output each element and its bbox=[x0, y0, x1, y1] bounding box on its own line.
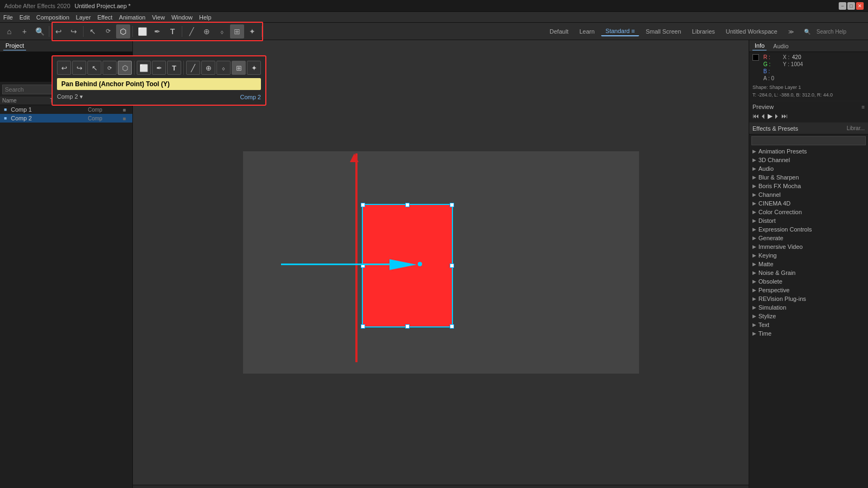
audio-tab[interactable]: Audio bbox=[771, 42, 790, 50]
menu-effect[interactable]: Effect bbox=[97, 14, 112, 21]
effect-text[interactable]: ▶Text bbox=[749, 320, 868, 329]
workspace-tabs: Default Learn Standard ≡ Small Screen Li… bbox=[545, 23, 846, 40]
undo-button[interactable]: ↩ bbox=[52, 24, 66, 38]
ws-untitled[interactable]: Untitled Workspace bbox=[722, 27, 782, 36]
tooltip-comp2[interactable]: Comp 2 bbox=[240, 94, 261, 100]
effect-audio[interactable]: ▶Audio bbox=[749, 164, 868, 173]
home-button[interactable]: ⌂ bbox=[2, 24, 16, 38]
tt-pen-mask[interactable]: ⬜ bbox=[137, 61, 151, 75]
effect-expression-controls[interactable]: ▶Expression Controls bbox=[749, 225, 868, 234]
search-button[interactable]: 🔍 bbox=[33, 24, 47, 38]
handle-br[interactable] bbox=[450, 324, 454, 329]
project-tab[interactable]: Project bbox=[3, 41, 26, 50]
search-help-button[interactable]: 🔍 bbox=[800, 24, 814, 38]
effects-search-input[interactable] bbox=[751, 136, 866, 145]
effect-cinema4d[interactable]: ▶CINEMA 4D bbox=[749, 199, 868, 208]
puppet-tool[interactable]: ✦ bbox=[245, 24, 259, 38]
tt-brush[interactable]: ╱ bbox=[186, 61, 200, 75]
redo-button[interactable]: ↪ bbox=[67, 24, 81, 38]
pen-tool[interactable]: ✒ bbox=[150, 24, 164, 38]
handle-bm[interactable] bbox=[405, 324, 410, 329]
handle-tl[interactable] bbox=[361, 203, 365, 207]
pan-behind-tool[interactable]: ⊞ bbox=[230, 24, 244, 38]
effect-revision[interactable]: ▶REVision Plug-ins bbox=[749, 294, 868, 303]
tt-selection[interactable]: ↖ bbox=[87, 61, 101, 75]
effect-channel[interactable]: ▶Channel bbox=[749, 190, 868, 199]
orbit-tool[interactable]: ⟳ bbox=[101, 24, 115, 38]
minimize-button[interactable]: − bbox=[839, 2, 846, 10]
effect-immersive-video[interactable]: ▶Immersive Video bbox=[749, 242, 868, 251]
preview-title: Preview bbox=[752, 104, 774, 110]
menu-edit[interactable]: Edit bbox=[20, 14, 30, 21]
effect-keying[interactable]: ▶Keying bbox=[749, 251, 868, 260]
menu-view[interactable]: View bbox=[152, 14, 165, 21]
clone-tool[interactable]: ⊕ bbox=[200, 24, 214, 38]
tt-orbit[interactable]: ⟳ bbox=[103, 61, 117, 75]
effect-stylize[interactable]: ▶Stylize bbox=[749, 312, 868, 320]
effect-3d-channel[interactable]: ▶3D Channel bbox=[749, 156, 868, 164]
effect-time[interactable]: ▶Time bbox=[749, 329, 868, 338]
maximize-button[interactable]: □ bbox=[847, 2, 855, 10]
tt-pen[interactable]: ✒ bbox=[152, 61, 166, 75]
tt-box[interactable]: ⬡ bbox=[118, 61, 132, 75]
preview-play-button[interactable]: ▶ bbox=[768, 112, 773, 120]
effect-simulation[interactable]: ▶Simulation bbox=[749, 303, 868, 312]
tt-text[interactable]: T bbox=[167, 61, 181, 75]
arrow-icon: ▶ bbox=[752, 166, 756, 171]
info-transform-text: T: -284.0, L: -388.0, B: 312.0, R: 44.0 bbox=[752, 91, 865, 99]
handle-mr[interactable] bbox=[450, 264, 454, 268]
preview-first-button[interactable]: ⏮ bbox=[752, 112, 759, 120]
ws-libraries[interactable]: Libraries bbox=[688, 27, 719, 36]
tt-redo[interactable]: ↪ bbox=[72, 61, 86, 75]
tt-eraser[interactable]: ⬨ bbox=[216, 61, 231, 75]
effect-animation-presets[interactable]: ▶Animation Presets bbox=[749, 147, 868, 156]
menu-composition[interactable]: Composition bbox=[36, 14, 69, 21]
preview-next-button[interactable]: ⏵ bbox=[774, 112, 780, 120]
effect-noise-grain[interactable]: ▶Noise & Grain bbox=[749, 268, 868, 277]
project-item-comp1[interactable]: ■ Comp 1 Comp ■ bbox=[0, 105, 132, 114]
menu-layer[interactable]: Layer bbox=[76, 14, 91, 21]
project-item-comp2[interactable]: ■ Comp 2 Comp ■ bbox=[0, 114, 132, 123]
close-button[interactable]: ✕ bbox=[856, 2, 864, 10]
effect-boris-fx[interactable]: ▶Boris FX Mocha bbox=[749, 182, 868, 190]
info-tab[interactable]: Info bbox=[752, 41, 767, 50]
handle-tr[interactable] bbox=[450, 203, 454, 207]
effect-perspective[interactable]: ▶Perspective bbox=[749, 286, 868, 294]
preview-last-button[interactable]: ⏭ bbox=[781, 112, 788, 120]
brush-tool[interactable]: ╱ bbox=[184, 24, 199, 38]
selection-tool[interactable]: ↖ bbox=[86, 24, 100, 38]
menu-animation[interactable]: Animation bbox=[119, 14, 145, 21]
effect-color-correction[interactable]: ▶Color Correction bbox=[749, 208, 868, 216]
handle-tm[interactable] bbox=[405, 203, 410, 207]
workspace-expand-button[interactable]: ≫ bbox=[784, 24, 798, 38]
rectangle-select-tool[interactable]: ⬡ bbox=[116, 24, 130, 38]
ws-small-screen[interactable]: Small Screen bbox=[641, 27, 685, 36]
preview-prev-button[interactable]: ⏴ bbox=[760, 112, 767, 120]
tt-panbehind[interactable]: ⊞ bbox=[232, 61, 246, 75]
menu-help[interactable]: Help bbox=[199, 14, 212, 21]
color-swatch[interactable] bbox=[752, 54, 759, 61]
tt-puppet[interactable]: ✦ bbox=[247, 61, 261, 75]
menu-file[interactable]: File bbox=[3, 14, 13, 21]
tt-clone[interactable]: ⊕ bbox=[201, 61, 215, 75]
effect-matte[interactable]: ▶Matte bbox=[749, 260, 868, 268]
new-project-button[interactable]: + bbox=[17, 24, 31, 38]
col-name-header: Name bbox=[2, 98, 50, 104]
separator-1 bbox=[49, 26, 49, 37]
text-tool[interactable]: T bbox=[165, 24, 180, 38]
libraries-tab[interactable]: Librar... bbox=[847, 125, 865, 131]
effect-blur-sharpen[interactable]: ▶Blur & Sharpen bbox=[749, 173, 868, 182]
effect-distort[interactable]: ▶Distort bbox=[749, 216, 868, 225]
tooltip-comp1[interactable]: Comp 2 ▾ bbox=[57, 93, 83, 100]
pen-mask-tool[interactable]: ⬜ bbox=[135, 24, 149, 38]
handle-bl[interactable] bbox=[361, 324, 365, 329]
ws-learn[interactable]: Learn bbox=[575, 27, 599, 36]
effect-obsolete[interactable]: ▶Obsolete bbox=[749, 277, 868, 286]
tt-undo[interactable]: ↩ bbox=[57, 61, 71, 75]
ws-default[interactable]: Default bbox=[545, 27, 573, 36]
menu-window[interactable]: Window bbox=[171, 14, 193, 21]
eraser-tool[interactable]: ⬨ bbox=[215, 24, 229, 38]
svg-marker-0 bbox=[390, 259, 417, 270]
ws-standard[interactable]: Standard ≡ bbox=[601, 27, 639, 36]
effect-generate[interactable]: ▶Generate bbox=[749, 234, 868, 242]
